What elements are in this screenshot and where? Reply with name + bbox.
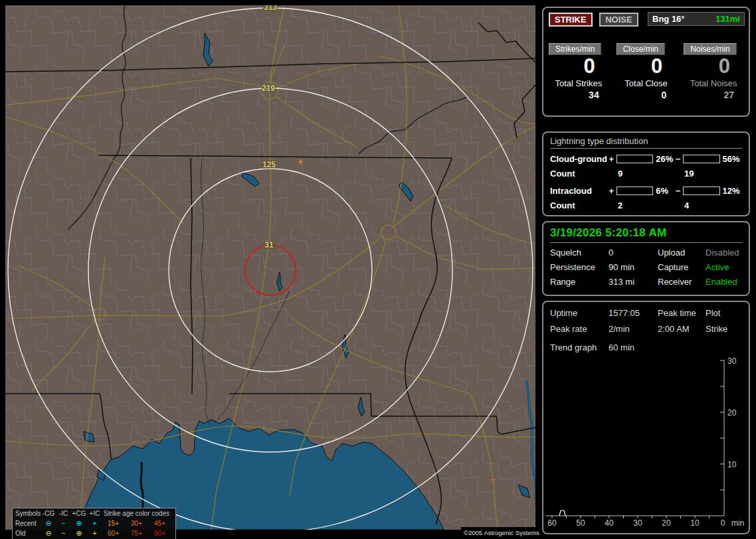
circle-plus-icon: ⊕ xyxy=(70,530,88,537)
squelch-label: Squelch xyxy=(550,248,609,258)
legend-col-neg-cg: -CG xyxy=(41,510,56,517)
noises-counter: Noises/min 0 Total Noises 27 xyxy=(680,42,747,100)
counter-columns: Strikes/min 0 Total Strikes 34 Close/min… xyxy=(545,42,747,100)
counters-panel: STRIKE NOISE Bng 16° 131mi Strikes/min 0… xyxy=(542,7,750,117)
age-90: 90+ xyxy=(148,530,171,537)
ic-negative-pct: 12% xyxy=(723,186,742,196)
ring-label-313: 313 xyxy=(264,5,277,12)
range-value: 313 mi xyxy=(609,277,658,287)
cloud-ground-label: Cloud-ground xyxy=(550,154,609,164)
capture-status: Active xyxy=(706,262,742,272)
ic-positive-bar xyxy=(616,187,653,195)
intracloud-count-row: Count 2 4 xyxy=(543,198,749,212)
strike-trend-graph: 30 20 10 60 50 40 30 20 10 0 min xyxy=(543,302,749,533)
plus-sign: + xyxy=(609,154,616,164)
persistence-value: 90 min xyxy=(609,262,658,272)
x-tick-0: 0 xyxy=(721,518,725,528)
status-row: Persistence 90 min Capture Active xyxy=(543,262,749,272)
lightning-map: 313 219 125 31 + − Symbols -CG -IC +CG +… xyxy=(5,5,535,530)
legend-col-neg-ic: -IC xyxy=(56,510,70,517)
cg-negative-count: 19 xyxy=(684,169,694,179)
cg-positive-count: 9 xyxy=(618,169,684,179)
age-75: 75+ xyxy=(125,530,148,537)
x-tick-10: 10 xyxy=(690,518,700,528)
range-label: Range xyxy=(550,277,609,287)
graph-axes xyxy=(546,360,724,516)
minus-sign: − xyxy=(676,154,684,164)
age-60: 60+ xyxy=(102,530,125,537)
nexstorm-window: 313 219 125 31 + − Symbols -CG -IC +CG +… xyxy=(0,0,756,539)
bearing-distance-display: Bng 16° 131mi xyxy=(648,12,745,26)
age-45: 45+ xyxy=(148,520,171,527)
y-tick-10: 10 xyxy=(727,460,737,469)
bearing-value: Bng 16° xyxy=(652,14,685,24)
upload-label: Upload xyxy=(658,248,706,258)
x-tick-40: 40 xyxy=(605,518,614,528)
status-row: Range 313 mi Receiver Enabled xyxy=(543,277,749,287)
x-tick-60: 60 xyxy=(547,518,557,528)
map-canvas: 313 219 125 31 + − xyxy=(5,5,535,530)
strike-mode-button[interactable]: STRIKE xyxy=(549,13,593,27)
copyright-notice: ©2005 Astrogenic Systems xyxy=(461,527,542,538)
minus-sign: − xyxy=(676,186,684,196)
legend-old-label: Old xyxy=(15,530,41,537)
ring-label-219: 219 xyxy=(262,84,275,93)
x-tick-30: 30 xyxy=(633,518,642,528)
cg-positive-bar xyxy=(616,155,653,163)
noises-per-min-button[interactable]: Noises/min xyxy=(684,43,736,55)
cloud-ground-row: Cloud-ground + 26% − 56% xyxy=(543,151,749,166)
total-noises-value: 27 xyxy=(682,90,745,100)
cg-negative-pct: 56% xyxy=(723,154,742,164)
y-tick-20: 20 xyxy=(727,408,737,418)
legend-col-pos-cg: +CG xyxy=(70,510,88,517)
intracloud-row: Intracloud + 6% − 12% xyxy=(543,183,749,198)
receiver-label: Receiver xyxy=(658,277,706,287)
ic-negative-count: 4 xyxy=(684,200,689,210)
ring-label-31: 31 xyxy=(264,240,274,250)
total-strikes-label: Total Strikes xyxy=(547,78,610,88)
cg-positive-pct: 26% xyxy=(656,154,675,164)
cloud-ground-count-row: Count 9 19 xyxy=(543,166,749,181)
close-per-min-button[interactable]: Close/min xyxy=(616,43,665,55)
close-counter: Close/min 0 Total Close 0 xyxy=(613,42,680,100)
total-close-label: Total Close xyxy=(615,78,678,88)
status-row: Squelch 0 Upload Disabled xyxy=(543,248,749,258)
distribution-title: Lightning type distribution xyxy=(550,136,742,149)
legend-col-pos-ic: +IC xyxy=(88,510,102,517)
strikes-per-min-button[interactable]: Strikes/min xyxy=(549,43,601,55)
x-tick-20: 20 xyxy=(662,518,671,528)
ring-label-125: 125 xyxy=(262,160,276,169)
strike-symbol-plus: + xyxy=(298,157,303,167)
count-label: Count xyxy=(550,200,618,210)
count-label: Count xyxy=(550,169,618,179)
x-tick-50: 50 xyxy=(576,518,585,528)
total-noises-label: Total Noises xyxy=(682,78,745,88)
strike-symbol-minus: − xyxy=(490,475,496,485)
legend-recent-row: Recent ⊖ − ⊕ + 15+ 30+ 45+ xyxy=(13,518,175,528)
strikes-counter: Strikes/min 0 Total Strikes 34 xyxy=(545,42,613,100)
trend-data-spike xyxy=(559,510,565,516)
distance-value: 131mi xyxy=(715,14,740,24)
y-axis-ticks xyxy=(720,360,724,490)
ic-positive-pct: 6% xyxy=(656,186,675,196)
datetime-display: 3/19/2026 5:20:18 AM xyxy=(550,226,742,243)
receiver-status: Enabled xyxy=(706,277,742,287)
circle-plus-icon: ⊕ xyxy=(70,520,88,527)
plus-icon: + xyxy=(88,520,102,527)
legend-age-header: Strike age color codes xyxy=(102,510,171,517)
cg-negative-bar xyxy=(683,155,719,163)
squelch-value: 0 xyxy=(609,248,658,258)
minus-icon: − xyxy=(56,530,70,537)
legend-symbols-header: Symbols xyxy=(15,510,41,517)
plus-icon: + xyxy=(88,530,102,537)
legend-recent-label: Recent xyxy=(15,520,41,527)
legend-old-row: Old ⊖ − ⊕ + 60+ 75+ 90+ xyxy=(13,528,175,538)
status-panel: 3/19/2026 5:20:18 AM Squelch 0 Upload Di… xyxy=(542,221,750,296)
noise-mode-button[interactable]: NOISE xyxy=(599,13,638,27)
display-mode-bar: STRIKE NOISE xyxy=(549,13,642,27)
lightning-distribution-panel: Lightning type distribution Cloud-ground… xyxy=(542,131,750,216)
capture-label: Capture xyxy=(658,262,706,272)
ic-positive-count: 2 xyxy=(618,200,684,210)
legend-header-row: Symbols -CG -IC +CG +IC Strike age color… xyxy=(13,508,175,518)
persistence-label: Persistence xyxy=(550,262,609,272)
